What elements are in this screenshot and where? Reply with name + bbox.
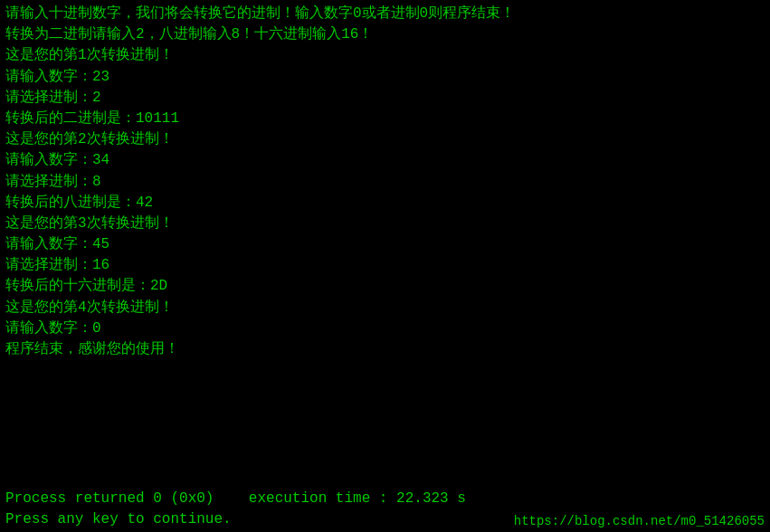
bottom-bar: Process returned 0 (0x0) execution time … xyxy=(0,487,770,532)
terminal-line: 转换后的十六进制是：2D xyxy=(5,276,765,297)
terminal-line: 程序结束，感谢您的使用！ xyxy=(5,339,765,360)
terminal-line: 请输入数字：45 xyxy=(5,234,765,255)
terminal-line: 请输入数字：23 xyxy=(5,67,765,88)
terminal-line: 转换后的八进制是：42 xyxy=(5,193,765,214)
terminal-line: 转换后的二进制是：10111 xyxy=(5,109,765,129)
terminal-line: 请选择进制：16 xyxy=(5,255,765,276)
terminal-line: 这是您的第1次转换进制！ xyxy=(5,45,765,66)
terminal-line: 这是您的第3次转换进制！ xyxy=(5,214,765,234)
terminal-line: 这是您的第2次转换进制！ xyxy=(5,129,765,150)
process-return-line: Process returned 0 (0x0) execution time … xyxy=(5,489,466,509)
terminal-line: 请输入十进制数字，我们将会转换它的进制！输入数字0或者进制0则程序结束！ xyxy=(5,4,765,24)
terminal-line: 请输入数字：0 xyxy=(5,318,765,339)
terminal-window: 请输入十进制数字，我们将会转换它的进制！输入数字0或者进制0则程序结束！转换为二… xyxy=(0,0,770,532)
terminal-line: 请选择进制：8 xyxy=(5,172,765,193)
terminal-line: 请选择进制：2 xyxy=(5,88,765,109)
terminal-line: 转换为二进制请输入2，八进制输入8！十六进制输入16！ xyxy=(5,24,765,45)
press-any-key-line: Press any key to continue. xyxy=(5,509,466,530)
process-info: Process returned 0 (0x0) execution time … xyxy=(5,489,466,530)
terminal-line: 这是您的第4次转换进制！ xyxy=(5,298,765,318)
url-text: https://blog.csdn.net/m0_51426055 xyxy=(514,512,765,530)
terminal-line: 请输入数字：34 xyxy=(5,150,765,171)
